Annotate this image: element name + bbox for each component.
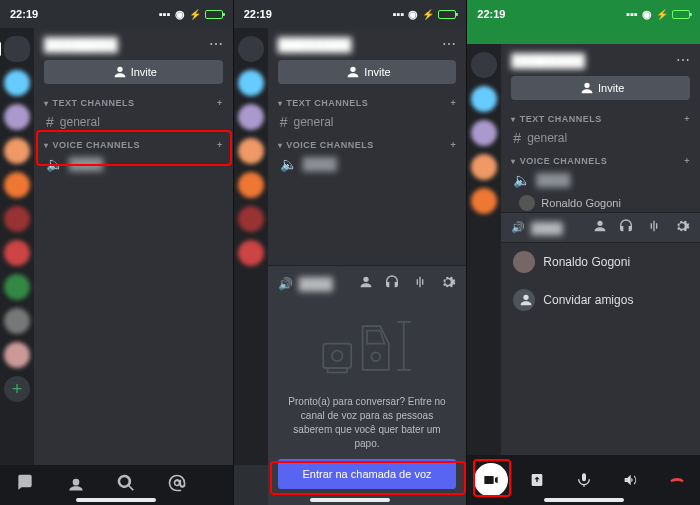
server-name: ████████ <box>44 37 118 52</box>
disconnect-button[interactable] <box>660 463 694 497</box>
noise-suppression-icon[interactable] <box>646 218 662 237</box>
dm-bubble[interactable] <box>471 52 497 78</box>
join-voice-button[interactable]: Entrar na chamada de voz <box>278 459 457 489</box>
invite-icon <box>343 64 359 80</box>
server-item[interactable] <box>4 172 30 198</box>
wifi-icon: ◉ <box>408 8 418 21</box>
add-server-button[interactable]: + <box>4 376 30 402</box>
invite-button[interactable]: Invite <box>511 76 690 100</box>
server-item[interactable] <box>238 70 264 96</box>
chevron-down-icon: ▾ <box>511 115 516 124</box>
tab-search[interactable] <box>116 473 136 497</box>
voice-channel[interactable]: 🔈 ████ <box>501 168 700 192</box>
server-item[interactable] <box>238 138 264 164</box>
add-voice-channel-button[interactable]: + <box>684 156 690 166</box>
channel-general[interactable]: # general <box>34 110 233 134</box>
channel-label: general <box>60 115 100 129</box>
chevron-down-icon: ▾ <box>44 141 49 150</box>
server-menu-button[interactable]: ⋯ <box>442 36 456 52</box>
voice-member[interactable]: Ronaldo Gogoni <box>501 192 700 214</box>
voice-connected-bar: 🔊 ████ <box>501 212 700 242</box>
server-name: ████████ <box>278 37 352 52</box>
server-item[interactable] <box>238 104 264 130</box>
add-voice-channel-button[interactable]: + <box>217 140 223 150</box>
server-item[interactable] <box>4 138 30 164</box>
tab-friends[interactable] <box>66 473 86 497</box>
settings-icon[interactable] <box>440 274 456 293</box>
voice-channels-category[interactable]: ▾VOICE CHANNELS + <box>34 134 233 152</box>
dm-bubble[interactable] <box>4 36 30 62</box>
server-item[interactable] <box>471 188 497 214</box>
video-button[interactable] <box>474 463 508 497</box>
invite-icon[interactable] <box>356 274 372 293</box>
speaker-icon: 🔈 <box>280 156 297 172</box>
battery-icon <box>438 10 456 19</box>
signal-icon: ▪▪▪ <box>159 8 171 20</box>
invite-friends-row[interactable]: Convidar amigos <box>501 281 700 319</box>
voice-channel[interactable]: 🔈 ████ <box>34 152 233 176</box>
headphones-icon[interactable] <box>618 218 634 237</box>
invite-button-label: Invite <box>131 66 157 78</box>
server-item[interactable] <box>471 154 497 180</box>
home-indicator <box>310 498 390 502</box>
voice-channel-label: ████ <box>69 157 103 171</box>
add-text-channel-button[interactable]: + <box>684 114 690 124</box>
text-channels-category[interactable]: ▾TEXT CHANNELS + <box>268 92 467 110</box>
add-text-channel-button[interactable]: + <box>451 98 457 108</box>
invite-icon[interactable] <box>590 218 606 237</box>
channel-label: general <box>293 115 333 129</box>
member-name: Ronaldo Gogoni <box>543 255 630 269</box>
signal-icon: ▪▪▪ <box>393 8 405 20</box>
text-channels-category[interactable]: ▾TEXT CHANNELS + <box>34 92 233 110</box>
tab-mentions[interactable] <box>167 473 187 497</box>
clock: 22:19 <box>244 8 272 20</box>
server-item[interactable] <box>471 120 497 146</box>
server-item[interactable] <box>238 240 264 266</box>
dm-bubble[interactable] <box>238 36 264 62</box>
server-menu-button[interactable]: ⋯ <box>209 36 223 52</box>
speaker-icon: 🔊 <box>278 277 293 291</box>
speaker-button[interactable] <box>613 463 647 497</box>
voice-join-panel: 🔊 ████ Pronto(a) para conversar? Entre n… <box>268 265 467 505</box>
settings-icon[interactable] <box>674 218 690 237</box>
server-item[interactable] <box>238 206 264 232</box>
invite-button[interactable]: Invite <box>278 60 457 84</box>
server-rail <box>467 44 501 455</box>
text-channels-category[interactable]: ▾TEXT CHANNELS + <box>501 108 700 126</box>
add-text-channel-button[interactable]: + <box>217 98 223 108</box>
channel-general[interactable]: # general <box>501 126 700 150</box>
voice-channel-label: ████ <box>536 173 570 187</box>
server-item[interactable] <box>4 342 30 368</box>
tab-servers[interactable] <box>15 473 35 497</box>
server-rail <box>234 28 268 465</box>
server-item[interactable] <box>4 104 30 130</box>
add-voice-channel-button[interactable]: + <box>451 140 457 150</box>
voice-channel-name: ████ <box>299 277 333 291</box>
server-item[interactable] <box>471 86 497 112</box>
invite-button[interactable]: Invite <box>44 60 223 84</box>
status-bar: 22:19 ▪▪▪ ◉ ⚡ <box>234 0 467 28</box>
battery-icon <box>672 10 690 19</box>
svg-rect-0 <box>323 344 351 369</box>
voice-channel[interactable]: 🔈 ████ <box>268 152 467 176</box>
channel-label: general <box>527 131 567 145</box>
member-row[interactable]: Ronaldo Gogoni <box>501 243 700 281</box>
voice-channels-category[interactable]: ▾VOICE CHANNELS + <box>501 150 700 168</box>
server-item[interactable] <box>4 240 30 266</box>
voice-channels-category[interactable]: ▾VOICE CHANNELS + <box>268 134 467 152</box>
hash-icon: # <box>513 130 521 146</box>
server-item[interactable] <box>238 172 264 198</box>
screen-share-button[interactable] <box>520 463 554 497</box>
channel-general[interactable]: # general <box>268 110 467 134</box>
server-item[interactable] <box>4 70 30 96</box>
avatar <box>513 251 535 273</box>
mute-button[interactable] <box>567 463 601 497</box>
status-bar: 22:19 ▪▪▪ ◉ ⚡ <box>467 0 700 28</box>
noise-suppression-icon[interactable] <box>412 274 428 293</box>
server-item[interactable] <box>4 206 30 232</box>
clock: 22:19 <box>10 8 38 20</box>
server-item[interactable] <box>4 308 30 334</box>
server-menu-button[interactable]: ⋯ <box>676 52 690 68</box>
headphones-icon[interactable] <box>384 274 400 293</box>
server-item[interactable] <box>4 274 30 300</box>
